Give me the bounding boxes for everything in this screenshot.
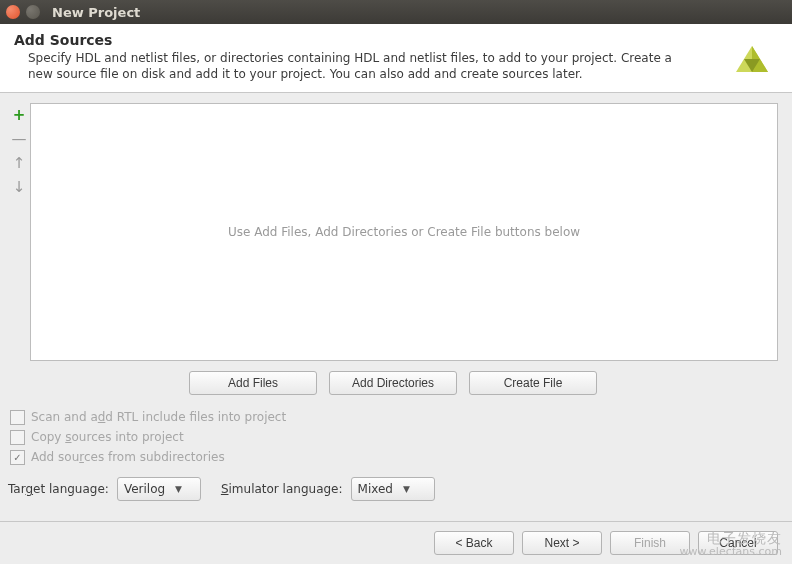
next-button[interactable]: Next > [522, 531, 602, 555]
vivado-logo-icon [730, 42, 774, 89]
simulator-language-label: Simulator language: [221, 482, 343, 496]
scan-include-checkbox: Scan and add RTL include files into proj… [10, 407, 778, 427]
cancel-button[interactable]: Cancel [698, 531, 778, 555]
sources-placeholder: Use Add Files, Add Directories or Create… [228, 225, 580, 239]
checkbox-icon [10, 410, 25, 425]
move-down-icon: ↓ [11, 179, 27, 195]
add-subdirs-checkbox: Add sources from subdirectories [10, 447, 778, 467]
checkbox-icon [10, 430, 25, 445]
wizard-footer: < Back Next > Finish Cancel 电子发烧友 www.el… [0, 521, 792, 564]
minimize-icon[interactable] [26, 5, 40, 19]
sources-area: + — ↑ ↓ Use Add Files, Add Directories o… [8, 103, 778, 361]
create-file-button[interactable]: Create File [469, 371, 597, 395]
source-buttons-row: Add Files Add Directories Create File [8, 371, 778, 395]
sources-list[interactable]: Use Add Files, Add Directories or Create… [30, 103, 778, 361]
simulator-language-value: Mixed [358, 482, 393, 496]
window-title: New Project [52, 5, 140, 20]
copy-sources-checkbox: Copy sources into project [10, 427, 778, 447]
checkbox-icon [10, 450, 25, 465]
simulator-language-select[interactable]: Mixed ▼ [351, 477, 435, 501]
wizard-header: Add Sources Specify HDL and netlist file… [0, 24, 792, 93]
target-language-label: Target language: [8, 482, 109, 496]
language-row: Target language: Verilog ▼ Simulator lan… [8, 477, 778, 501]
add-directories-button[interactable]: Add Directories [329, 371, 457, 395]
remove-source-icon: — [11, 131, 27, 147]
target-language-value: Verilog [124, 482, 165, 496]
chevron-down-icon: ▼ [175, 484, 182, 494]
add-source-icon[interactable]: + [11, 107, 27, 123]
add-files-button[interactable]: Add Files [189, 371, 317, 395]
options-checkboxes: Scan and add RTL include files into proj… [10, 407, 778, 467]
move-up-icon: ↑ [11, 155, 27, 171]
window-titlebar: New Project [0, 0, 792, 24]
page-title: Add Sources [14, 32, 778, 48]
chevron-down-icon: ▼ [403, 484, 410, 494]
wizard-content: + — ↑ ↓ Use Add Files, Add Directories o… [0, 93, 792, 509]
close-icon[interactable] [6, 5, 20, 19]
target-language-select[interactable]: Verilog ▼ [117, 477, 201, 501]
sources-toolbar: + — ↑ ↓ [8, 103, 30, 361]
finish-button: Finish [610, 531, 690, 555]
back-button[interactable]: < Back [434, 531, 514, 555]
page-description: Specify HDL and netlist files, or direct… [14, 50, 778, 82]
